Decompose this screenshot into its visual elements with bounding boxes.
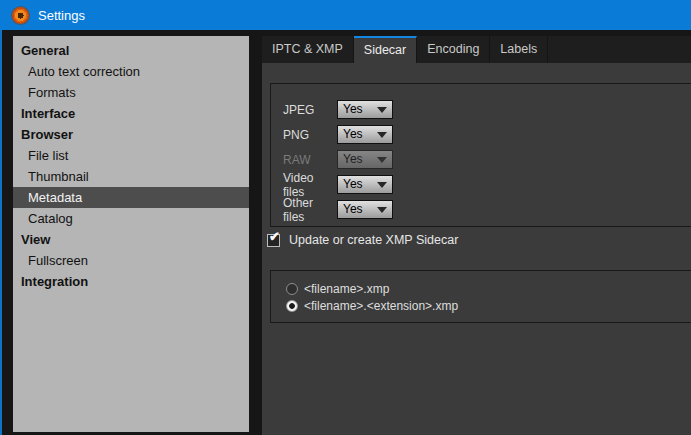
sidebar-item-thumbnail[interactable]: Thumbnail bbox=[13, 166, 249, 187]
sidebar-item-interface[interactable]: Interface bbox=[13, 103, 249, 124]
video-files-dropdown-value: Yes bbox=[343, 177, 363, 191]
xmp-sidecar-checkbox-row: ✔ Update or create XMP Sidecar bbox=[267, 233, 458, 247]
video-files-label: Video files bbox=[283, 171, 337, 199]
check-icon: ✔ bbox=[269, 229, 280, 244]
chevron-down-icon bbox=[377, 107, 387, 113]
settings-sidebar: General Auto text correction Formats Int… bbox=[13, 36, 249, 432]
other-files-dropdown[interactable]: Yes bbox=[337, 200, 393, 219]
other-files-row: Other files Yes bbox=[283, 200, 393, 219]
app-logo-icon bbox=[12, 7, 29, 24]
sidebar-item-auto-text-correction[interactable]: Auto text correction bbox=[13, 61, 249, 82]
chevron-down-icon bbox=[377, 207, 387, 213]
window-title: Settings bbox=[38, 8, 85, 23]
tab-labels[interactable]: Labels bbox=[490, 36, 548, 63]
tabbar: IPTC & XMP Sidecar Encoding Labels bbox=[262, 36, 691, 63]
sidebar-item-file-list[interactable]: File list bbox=[13, 145, 249, 166]
jpeg-dropdown-value: Yes bbox=[343, 102, 363, 116]
filename-xmp-label: <filename>.xmp bbox=[304, 282, 389, 296]
xmp-naming-group bbox=[270, 270, 691, 323]
xmp-sidecar-checkbox-label: Update or create XMP Sidecar bbox=[289, 233, 458, 247]
png-dropdown-value: Yes bbox=[343, 127, 363, 141]
tabbar-filler bbox=[548, 36, 691, 63]
video-files-row: Video files Yes bbox=[283, 175, 393, 194]
chevron-down-icon bbox=[377, 132, 387, 138]
sidebar-item-catalog[interactable]: Catalog bbox=[13, 208, 249, 229]
tab-encoding[interactable]: Encoding bbox=[417, 36, 490, 63]
other-files-label: Other files bbox=[283, 196, 337, 224]
window-border-accent bbox=[0, 30, 2, 435]
filename-xmp-radio[interactable] bbox=[286, 283, 298, 295]
raw-dropdown-value: Yes bbox=[343, 152, 363, 166]
jpeg-label: JPEG bbox=[283, 103, 337, 117]
sidebar-item-formats[interactable]: Formats bbox=[13, 82, 249, 103]
sidebar-item-browser[interactable]: Browser bbox=[13, 124, 249, 145]
video-files-dropdown[interactable]: Yes bbox=[337, 175, 393, 194]
png-dropdown[interactable]: Yes bbox=[337, 125, 393, 144]
png-row: PNG Yes bbox=[283, 125, 393, 144]
other-files-dropdown-value: Yes bbox=[343, 202, 363, 216]
xmp-sidecar-checkbox[interactable]: ✔ bbox=[267, 234, 280, 247]
tab-iptc-xmp[interactable]: IPTC & XMP bbox=[262, 36, 354, 63]
chevron-down-icon bbox=[377, 182, 387, 188]
titlebar: Settings bbox=[0, 0, 691, 30]
chevron-down-icon bbox=[377, 157, 387, 163]
metadata-panel: IPTC & XMP Sidecar Encoding Labels JPEG … bbox=[262, 36, 691, 435]
filename-xmp-option: <filename>.xmp bbox=[286, 282, 389, 296]
tab-sidecar[interactable]: Sidecar bbox=[354, 36, 417, 63]
settings-window: Settings General Auto text correction Fo… bbox=[0, 0, 691, 435]
filename-extension-xmp-radio[interactable] bbox=[286, 300, 298, 312]
png-label: PNG bbox=[283, 128, 337, 142]
raw-row: RAW Yes bbox=[283, 150, 393, 169]
raw-label: RAW bbox=[283, 153, 337, 167]
sidebar-item-metadata[interactable]: Metadata bbox=[13, 187, 249, 208]
filename-extension-xmp-label: <filename>.<extension>.xmp bbox=[304, 299, 458, 313]
sidebar-item-general[interactable]: General bbox=[13, 40, 249, 61]
raw-dropdown: Yes bbox=[337, 150, 393, 169]
sidebar-item-view[interactable]: View bbox=[13, 229, 249, 250]
sidebar-item-integration[interactable]: Integration bbox=[13, 271, 249, 292]
filename-extension-xmp-option: <filename>.<extension>.xmp bbox=[286, 299, 458, 313]
sidebar-item-fullscreen[interactable]: Fullscreen bbox=[13, 250, 249, 271]
jpeg-row: JPEG Yes bbox=[283, 100, 393, 119]
jpeg-dropdown[interactable]: Yes bbox=[337, 100, 393, 119]
